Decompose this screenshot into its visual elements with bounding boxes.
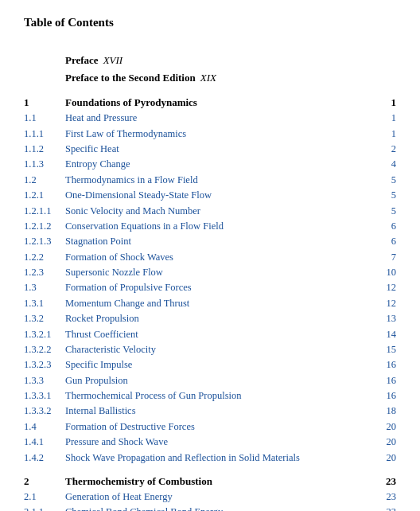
toc-label: Rocket Propulsion <box>65 311 382 326</box>
preface-row: Preface to the Second EditionXIX <box>65 69 396 87</box>
toc-label: Gun Propulsion <box>65 373 382 388</box>
preface-page: XIX <box>200 69 216 87</box>
toc-label: Thermodynamics in a Flow Field <box>65 173 387 188</box>
toc-row: 2.1.1Chemical Bond Chemical Bond Energy … <box>24 505 396 511</box>
toc-label: Formation of Destructive Forces <box>65 419 382 435</box>
toc-page: 2 <box>391 142 396 157</box>
toc-page: 5 <box>391 204 396 219</box>
toc-number: 2.1.1 <box>24 505 65 511</box>
preface-row: PrefaceXVII <box>65 52 396 69</box>
toc-page: 20 <box>387 451 397 466</box>
toc-page: 23 <box>387 505 397 511</box>
toc-label: Supersonic Nozzle Flow <box>65 265 382 280</box>
toc-label: Generation of Heat Energy <box>65 490 382 505</box>
toc-label: Stagnation Point <box>65 234 387 249</box>
toc-page: 20 <box>387 419 397 435</box>
toc-number: 1.4.2 <box>24 451 65 466</box>
toc-label: Internal Ballistics <box>65 404 382 419</box>
toc-label: Heat and Pressure <box>65 111 387 126</box>
toc-number: 1.3.2.2 <box>24 342 65 357</box>
toc-number: 1.3.3.2 <box>24 404 65 419</box>
toc-page: 16 <box>387 357 397 373</box>
toc-label: Conservation Equations in a Flow Field <box>65 219 387 234</box>
toc-row: 1.3.2.1Thrust Coefficient 14 <box>24 327 396 342</box>
toc-row: 1.4.2Shock Wave Propagation and Reflecti… <box>24 451 396 466</box>
toc-page: 4 <box>391 157 396 172</box>
page-title: Table of Contents <box>24 16 396 29</box>
toc-number: 1.1.2 <box>24 142 65 157</box>
toc-label: Specific Heat <box>65 142 387 157</box>
toc-number: 1.2.1 <box>24 188 65 203</box>
toc-page: 16 <box>387 373 397 388</box>
toc-page: 13 <box>387 311 397 326</box>
toc-page: 20 <box>387 435 397 450</box>
toc-label: First Law of Thermodynamics <box>65 127 387 142</box>
toc-page: 1 <box>391 111 396 126</box>
toc-page: 16 <box>387 388 397 404</box>
toc-number: 1 <box>24 95 65 111</box>
toc-page: 6 <box>391 219 396 234</box>
toc-label: One-Dimensional Steady-State Flow <box>65 188 387 203</box>
toc-row: 1.2.1.1Sonic Velocity and Mach Number 5 <box>24 204 396 219</box>
toc-number: 1.2.1.1 <box>24 204 65 219</box>
toc-row: 1.3.3.1Thermochemical Process of Gun Pro… <box>24 388 396 404</box>
toc-number: 1.2 <box>24 173 65 188</box>
toc-number: 1.2.3 <box>24 265 65 280</box>
preface-label: Preface to the Second Edition <box>65 69 196 87</box>
toc-number: 1.3.3.1 <box>24 388 65 404</box>
toc-row: 1.4.1Pressure and Shock Wave 20 <box>24 435 396 450</box>
toc-number: 1.3.2 <box>24 311 65 326</box>
toc-number: 1.3.1 <box>24 296 65 311</box>
preface-page: XVII <box>103 52 123 69</box>
toc-page: 7 <box>391 250 396 265</box>
toc-row: 1.1Heat and Pressure 1 <box>24 111 396 126</box>
preface-label: Preface <box>65 52 99 69</box>
toc-page: 12 <box>387 280 397 295</box>
toc-label: Foundations of Pyrodynamics <box>65 95 387 111</box>
toc-row: 1.4Formation of Destructive Forces 20 <box>24 419 396 435</box>
toc-number: 1.4 <box>24 419 65 435</box>
toc-label: Thermochemical Process of Gun Propulsion <box>65 388 382 404</box>
toc-row: 1.3.3.2Internal Ballistics 18 <box>24 404 396 419</box>
toc-page: 18 <box>387 404 397 419</box>
toc-label: Shock Wave Propagation and Reflection in… <box>65 451 382 466</box>
toc-row: 2Thermochemistry of Combustion 23 <box>24 474 396 490</box>
toc-number: 1.3.3 <box>24 373 65 388</box>
toc-label: Formation of Shock Waves <box>65 250 387 265</box>
toc-row: 1.3.1Momentum Change and Thrust 12 <box>24 296 396 311</box>
toc-page: 14 <box>387 327 397 342</box>
toc-row: 1.1.3Entropy Change 4 <box>24 157 396 172</box>
toc-number: 1.1.3 <box>24 157 65 172</box>
toc-row: 1.3.3Gun Propulsion 16 <box>24 373 396 388</box>
toc-page: 6 <box>391 234 396 249</box>
toc-number: 1.3.2.3 <box>24 357 65 373</box>
toc-number: 2 <box>24 474 65 490</box>
toc-page: 5 <box>391 188 396 203</box>
toc-row: 1.2.1.3Stagnation Point 6 <box>24 234 396 249</box>
toc-row: 1.2.3Supersonic Nozzle Flow 10 <box>24 265 396 280</box>
toc-row: 1.3.2.2Characteristic Velocity 15 <box>24 342 396 357</box>
toc-page: 12 <box>387 296 397 311</box>
toc-number: 1.2.1.2 <box>24 219 65 234</box>
toc-number: 2.1 <box>24 490 65 505</box>
toc-label: Characteristic Velocity <box>65 342 382 357</box>
toc-label: Formation of Propulsive Forces <box>65 280 382 295</box>
toc-row: 1.2Thermodynamics in a Flow Field 5 <box>24 173 396 188</box>
toc-page: 10 <box>387 265 397 280</box>
toc-page: 15 <box>387 342 397 357</box>
toc-page: 1 <box>391 127 396 142</box>
toc-row: 1.2.1.2Conservation Equations in a Flow … <box>24 219 396 234</box>
toc-row: 1.1.1First Law of Thermodynamics 1 <box>24 127 396 142</box>
toc-row: 2.1Generation of Heat Energy 23 <box>24 490 396 505</box>
toc-row: 1.3Formation of Propulsive Forces 12 <box>24 280 396 295</box>
toc-number: 1.2.2 <box>24 250 65 265</box>
toc-row: 1.3.2Rocket Propulsion 13 <box>24 311 396 326</box>
toc-page: 23 <box>387 490 397 505</box>
toc-page: 23 <box>386 474 396 490</box>
toc-number: 1.1 <box>24 111 65 126</box>
toc-row: 1.2.2Formation of Shock Waves 7 <box>24 250 396 265</box>
toc-label: Chemical Bond Chemical Bond Energy <box>65 505 382 511</box>
toc-label: Specific Impulse <box>65 357 382 373</box>
page-container: Table of Contents PrefaceXVIIPreface to … <box>0 0 420 511</box>
toc-label: Sonic Velocity and Mach Number <box>65 204 387 219</box>
